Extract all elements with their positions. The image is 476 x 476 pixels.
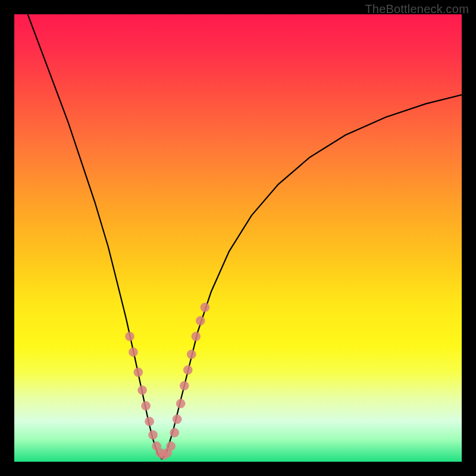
plot-area <box>14 14 462 462</box>
sample-marker <box>180 381 189 390</box>
sample-marker <box>176 399 185 408</box>
sample-marker <box>134 368 143 377</box>
sample-marker <box>167 441 176 450</box>
watermark-label: TheBottleneck.com <box>365 2 469 16</box>
sample-marker <box>196 317 205 325</box>
sample-marker <box>183 365 192 374</box>
sample-marker <box>173 415 181 424</box>
chart-frame: TheBottleneck.com <box>0 0 476 476</box>
sample-marker <box>126 332 134 341</box>
sample-marker <box>201 303 209 312</box>
curve-layer <box>14 14 462 462</box>
sample-marker <box>129 347 138 356</box>
sample-marker <box>170 428 179 437</box>
sample-marker <box>142 402 151 411</box>
sample-marker <box>145 417 154 426</box>
sample-markers <box>126 303 209 459</box>
sample-marker <box>149 430 158 439</box>
right-branch-curve <box>162 95 462 459</box>
sample-marker <box>187 350 196 359</box>
sample-marker <box>192 332 201 341</box>
sample-marker <box>138 386 147 394</box>
